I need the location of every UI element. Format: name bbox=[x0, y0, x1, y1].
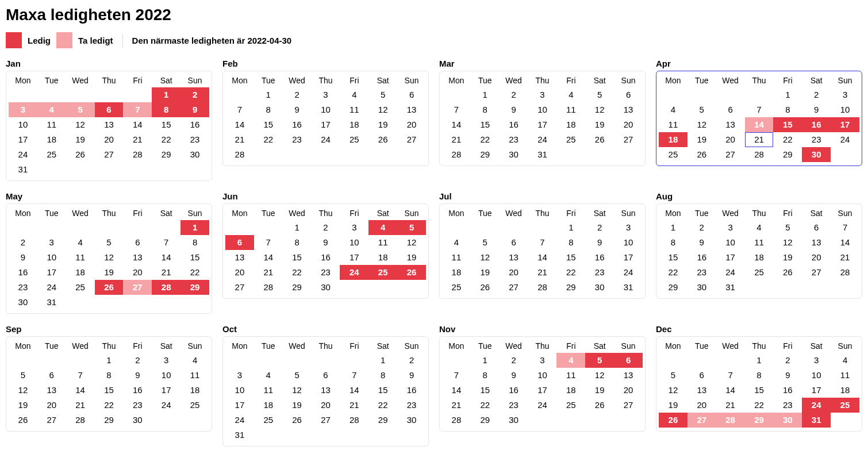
day-cell[interactable]: 8 bbox=[471, 368, 500, 383]
day-cell[interactable]: 9 bbox=[688, 235, 716, 250]
day-cell[interactable]: 28 bbox=[442, 147, 471, 162]
day-cell[interactable]: 29 bbox=[471, 147, 500, 162]
day-cell[interactable]: 5 bbox=[659, 368, 688, 383]
day-cell[interactable]: 15 bbox=[471, 383, 500, 398]
day-cell[interactable]: 11 bbox=[254, 383, 283, 398]
day-cell[interactable]: 6 bbox=[95, 102, 124, 117]
day-cell[interactable]: 13 bbox=[225, 250, 254, 265]
day-cell[interactable]: 23 bbox=[312, 265, 340, 280]
day-cell[interactable]: 19 bbox=[95, 265, 124, 280]
day-cell[interactable]: 26 bbox=[95, 280, 124, 295]
day-cell[interactable]: 2 bbox=[500, 87, 528, 102]
day-cell[interactable]: 11 bbox=[37, 117, 66, 132]
day-cell[interactable]: 15 bbox=[152, 117, 180, 132]
day-cell[interactable]: 11 bbox=[442, 250, 471, 265]
day-cell[interactable]: 27 bbox=[500, 280, 528, 295]
day-cell[interactable]: 15 bbox=[773, 117, 802, 132]
day-cell[interactable]: 6 bbox=[37, 368, 66, 383]
day-cell[interactable]: 26 bbox=[688, 147, 716, 162]
day-cell[interactable]: 6 bbox=[123, 235, 152, 250]
day-cell[interactable]: 19 bbox=[471, 265, 500, 280]
day-cell[interactable]: 9 bbox=[9, 250, 37, 265]
day-cell[interactable]: 19 bbox=[283, 398, 312, 413]
day-cell[interactable]: 29 bbox=[283, 280, 312, 295]
day-cell[interactable]: 21 bbox=[123, 132, 152, 147]
day-cell[interactable]: 6 bbox=[614, 87, 643, 102]
day-cell[interactable]: 11 bbox=[180, 368, 209, 383]
day-cell[interactable]: 21 bbox=[745, 132, 774, 147]
day-cell[interactable]: 25 bbox=[745, 265, 774, 280]
day-cell[interactable]: 14 bbox=[254, 250, 283, 265]
day-cell[interactable]: 31 bbox=[528, 147, 557, 162]
day-cell[interactable]: 3 bbox=[716, 220, 745, 235]
day-cell[interactable]: 31 bbox=[225, 428, 254, 443]
day-cell[interactable]: 25 bbox=[831, 398, 859, 413]
day-cell[interactable]: 8 bbox=[254, 102, 283, 117]
day-cell[interactable]: 14 bbox=[442, 383, 471, 398]
day-cell[interactable]: 18 bbox=[340, 117, 368, 132]
day-cell[interactable]: 31 bbox=[716, 280, 745, 295]
day-cell[interactable]: 13 bbox=[95, 117, 124, 132]
day-cell[interactable]: 25 bbox=[180, 398, 209, 413]
day-cell[interactable]: 19 bbox=[585, 383, 614, 398]
day-cell[interactable]: 25 bbox=[254, 413, 283, 428]
day-cell[interactable]: 17 bbox=[528, 383, 557, 398]
day-cell[interactable]: 16 bbox=[585, 250, 614, 265]
day-cell[interactable]: 10 bbox=[312, 102, 340, 117]
day-cell[interactable]: 9 bbox=[312, 235, 340, 250]
day-cell[interactable]: 18 bbox=[745, 250, 774, 265]
day-cell[interactable]: 28 bbox=[254, 280, 283, 295]
day-cell[interactable]: 15 bbox=[659, 250, 688, 265]
day-cell[interactable]: 4 bbox=[254, 368, 283, 383]
day-cell[interactable]: 27 bbox=[614, 132, 643, 147]
day-cell[interactable]: 22 bbox=[659, 265, 688, 280]
day-cell[interactable]: 16 bbox=[773, 383, 802, 398]
day-cell[interactable]: 12 bbox=[283, 383, 312, 398]
day-cell[interactable]: 19 bbox=[585, 117, 614, 132]
day-cell[interactable]: 6 bbox=[614, 353, 643, 368]
day-cell[interactable]: 14 bbox=[442, 117, 471, 132]
day-cell[interactable]: 13 bbox=[688, 383, 716, 398]
day-cell[interactable]: 31 bbox=[802, 413, 831, 428]
day-cell[interactable]: 17 bbox=[340, 250, 368, 265]
day-cell[interactable]: 15 bbox=[95, 383, 124, 398]
day-cell[interactable]: 17 bbox=[716, 250, 745, 265]
day-cell[interactable]: 7 bbox=[340, 368, 368, 383]
day-cell[interactable]: 4 bbox=[37, 102, 66, 117]
day-cell[interactable]: 25 bbox=[442, 280, 471, 295]
day-cell[interactable]: 15 bbox=[254, 117, 283, 132]
day-cell[interactable]: 1 bbox=[283, 220, 312, 235]
day-cell[interactable]: 16 bbox=[9, 265, 37, 280]
day-cell[interactable]: 12 bbox=[688, 117, 716, 132]
day-cell[interactable]: 29 bbox=[773, 147, 802, 162]
day-cell[interactable]: 26 bbox=[471, 280, 500, 295]
day-cell[interactable]: 27 bbox=[716, 147, 745, 162]
day-cell[interactable]: 14 bbox=[123, 117, 152, 132]
day-cell[interactable]: 11 bbox=[66, 250, 95, 265]
day-cell[interactable]: 22 bbox=[471, 398, 500, 413]
day-cell[interactable]: 3 bbox=[340, 220, 368, 235]
day-cell[interactable]: 24 bbox=[528, 132, 557, 147]
day-cell[interactable]: 29 bbox=[368, 413, 397, 428]
day-cell[interactable]: 24 bbox=[225, 413, 254, 428]
day-cell[interactable]: 1 bbox=[254, 87, 283, 102]
day-cell[interactable]: 2 bbox=[123, 353, 152, 368]
day-cell[interactable]: 1 bbox=[773, 87, 802, 102]
day-cell[interactable]: 25 bbox=[556, 398, 585, 413]
day-cell[interactable]: 12 bbox=[471, 250, 500, 265]
day-cell[interactable]: 21 bbox=[225, 132, 254, 147]
day-cell[interactable]: 8 bbox=[95, 368, 124, 383]
day-cell[interactable]: 1 bbox=[556, 220, 585, 235]
day-cell[interactable]: 8 bbox=[556, 235, 585, 250]
day-cell[interactable]: 22 bbox=[471, 132, 500, 147]
day-cell[interactable]: 30 bbox=[802, 147, 831, 162]
day-cell[interactable]: 22 bbox=[745, 398, 774, 413]
day-cell[interactable]: 1 bbox=[471, 87, 500, 102]
day-cell[interactable]: 11 bbox=[368, 235, 397, 250]
day-cell[interactable]: 5 bbox=[688, 102, 716, 117]
day-cell[interactable]: 17 bbox=[9, 132, 37, 147]
day-cell[interactable]: 30 bbox=[180, 147, 209, 162]
day-cell[interactable]: 29 bbox=[180, 280, 209, 295]
day-cell[interactable]: 7 bbox=[831, 220, 859, 235]
day-cell[interactable]: 9 bbox=[180, 102, 209, 117]
